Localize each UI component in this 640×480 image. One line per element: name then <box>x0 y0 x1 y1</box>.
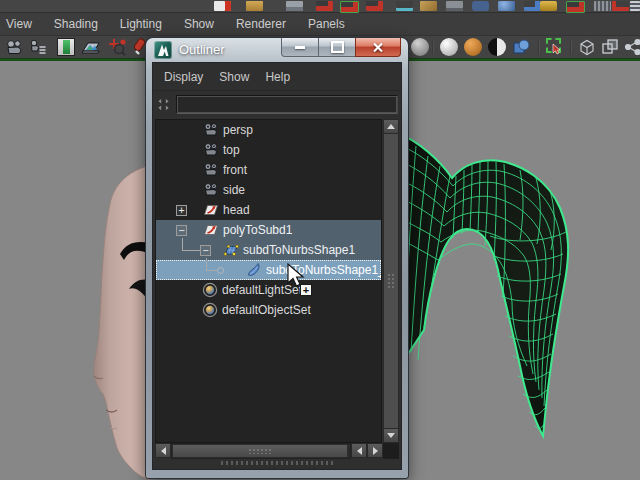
scroll-left-button[interactable] <box>155 443 171 458</box>
poly-plane-icon[interactable] <box>420 1 437 11</box>
window-grip-row <box>153 461 401 466</box>
menu-view[interactable]: View <box>6 17 32 31</box>
outliner-filter-input[interactable] <box>176 95 398 114</box>
tree-row-defaultLightSet[interactable]: defaultLightSet <box>156 280 381 300</box>
transform-icon <box>203 202 219 218</box>
tree-row-defaultObjectSet[interactable]: defaultObjectSet <box>156 300 381 320</box>
horizontal-scrollbar[interactable] <box>155 443 399 459</box>
tree-row-subdToNurbsShape1[interactable]: − subdToNurbsShape1 <box>156 240 381 260</box>
menu-lighting[interactable]: Lighting <box>120 17 162 31</box>
scroll-left-button-2[interactable] <box>351 443 367 458</box>
paint-select-icon[interactable] <box>366 1 383 11</box>
scroll-up-button[interactable] <box>383 119 399 134</box>
tree-row-front[interactable]: front <box>156 160 381 180</box>
tree-row-subdToNurbsShape1_1[interactable]: subdToNurbsShape1_1 <box>156 260 381 280</box>
tree-row-head[interactable]: + head <box>156 200 381 220</box>
default-material-icon[interactable] <box>411 38 429 56</box>
outliner-filter-row <box>153 91 401 118</box>
vertical-scroll-thumb[interactable] <box>383 134 399 428</box>
select-tool-icon[interactable] <box>316 1 333 11</box>
left-arrow-icon <box>357 447 362 455</box>
horizontal-scroll-thumb[interactable] <box>173 445 347 457</box>
new-scene-icon[interactable] <box>214 1 231 11</box>
selection-highlight-icon[interactable] <box>546 38 561 53</box>
image-plane-icon[interactable] <box>82 38 100 56</box>
curve-icon[interactable] <box>396 1 413 11</box>
outliner-list-zone: persp top front side <box>155 119 399 443</box>
branch-line <box>206 258 217 271</box>
particle-icon[interactable] <box>524 1 541 11</box>
outliner-titlebar[interactable]: Outliner <box>146 38 408 62</box>
sphere-icon[interactable] <box>498 1 515 11</box>
node-label: defaultLightSet <box>222 283 302 297</box>
lattice-icon[interactable] <box>446 1 463 11</box>
menu-panels[interactable]: Panels <box>308 17 345 31</box>
toolbar-separator <box>538 40 540 54</box>
select-camera-icon[interactable] <box>5 38 23 56</box>
up-arrow-icon <box>387 124 395 129</box>
camera-icon <box>203 142 219 158</box>
bookmark-icon[interactable] <box>57 38 75 56</box>
zoom-region-icon[interactable] <box>108 38 126 56</box>
scroll-down-button[interactable] <box>383 428 399 443</box>
vertical-scrollbar[interactable] <box>382 119 399 443</box>
horizontal-scroll-track[interactable] <box>171 443 351 459</box>
filter-icon[interactable] <box>156 97 171 112</box>
maximize-button[interactable] <box>319 38 355 57</box>
maya-screen: { "status_line": { "icons": ["new-scene-… <box>0 0 640 480</box>
save-icon[interactable] <box>286 1 303 11</box>
instance-node-icon <box>217 267 224 274</box>
node-label: side <box>223 183 245 197</box>
node-label: front <box>223 163 247 177</box>
outliner-menu-bar: Display Show Help <box>153 63 401 91</box>
cluster-icon[interactable] <box>472 1 489 11</box>
lock-icon[interactable] <box>540 1 557 11</box>
material-cube-icon[interactable] <box>512 38 530 56</box>
angle-snap-icon[interactable] <box>612 1 629 11</box>
grid-snap-icon[interactable] <box>594 1 611 11</box>
lasso-select-icon[interactable] <box>340 1 359 13</box>
list-view-icon[interactable] <box>630 1 640 11</box>
left-arrow-icon <box>161 447 166 455</box>
minimize-button[interactable] <box>281 38 319 57</box>
outliner-client: Display Show Help persp top <box>152 62 402 470</box>
window-title: Outliner <box>179 42 225 57</box>
half-shade-icon[interactable] <box>488 38 506 56</box>
open-folder-icon[interactable] <box>246 1 263 11</box>
node-label: head <box>223 203 250 217</box>
camera-attributes-icon[interactable] <box>29 38 47 56</box>
isolate-select-icon[interactable] <box>624 38 640 56</box>
outliner-tree[interactable]: persp top front side <box>155 119 382 443</box>
menu-show[interactable]: Show <box>184 17 214 31</box>
xray-layers-icon[interactable] <box>601 38 619 56</box>
tree-row-persp[interactable]: persp <box>156 120 381 140</box>
expand-icon[interactable]: + <box>176 205 187 216</box>
menu-shading[interactable]: Shading <box>54 17 98 31</box>
tree-row-top[interactable]: top <box>156 140 381 160</box>
snap-select-icon[interactable] <box>566 1 585 13</box>
toolbar-separator <box>570 40 572 54</box>
camera-icon <box>203 122 219 138</box>
resize-grip[interactable] <box>221 461 333 465</box>
node-label: persp <box>223 123 253 137</box>
collapse-icon[interactable]: − <box>176 225 187 236</box>
head-model[interactable] <box>88 162 150 480</box>
wireframe-cube-icon[interactable] <box>578 38 596 56</box>
close-button[interactable] <box>355 38 401 57</box>
scroll-right-button[interactable] <box>367 443 383 458</box>
menu-show[interactable]: Show <box>219 70 249 84</box>
node-label: polyToSubd1 <box>223 223 292 237</box>
menu-renderer[interactable]: Renderer <box>236 17 286 31</box>
tree-row-polyToSubd1[interactable]: − polyToSubd1 <box>156 220 381 240</box>
collapse-icon[interactable]: − <box>200 245 211 256</box>
shaded-sphere-icon[interactable] <box>440 38 458 56</box>
node-label: subdToNurbsShape1_1 <box>266 263 382 277</box>
tree-row-side[interactable]: side <box>156 180 381 200</box>
status-line-toolbar <box>0 0 640 13</box>
nurbs-ponytail-wireframe[interactable] <box>400 128 580 463</box>
menu-help[interactable]: Help <box>265 70 290 84</box>
menu-display[interactable]: Display <box>164 70 203 84</box>
node-label: top <box>223 143 240 157</box>
textured-sphere-icon[interactable] <box>464 38 482 56</box>
nurbs-surface-icon <box>246 262 262 278</box>
